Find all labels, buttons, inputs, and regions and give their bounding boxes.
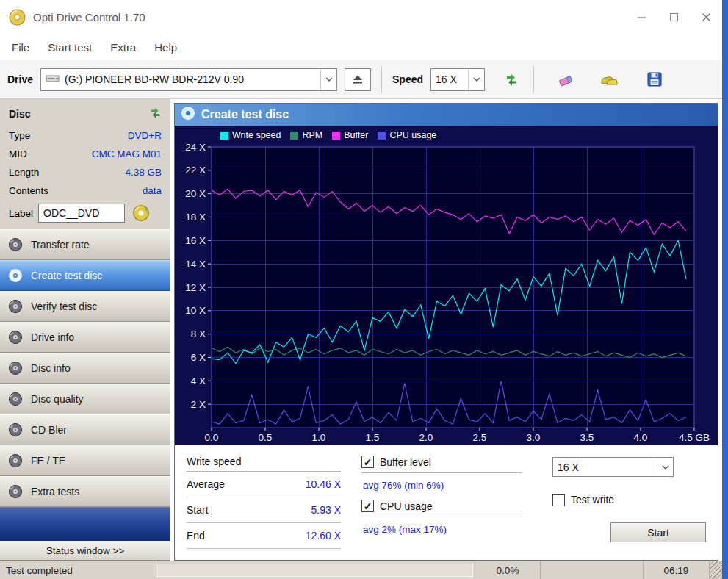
- disc-icon: [8, 268, 23, 283]
- panel-header: Create test disc: [175, 104, 718, 126]
- svg-text:2.5: 2.5: [473, 432, 487, 443]
- resize-grip[interactable]: [710, 561, 722, 579]
- svg-text:14 X: 14 X: [185, 259, 206, 270]
- info-value: 4.38 GB: [125, 167, 162, 178]
- window-title: Opti Drive Control 1.70: [33, 11, 145, 24]
- stat-row-start: Start5.93 X: [187, 497, 341, 523]
- info-value: CMC MAG M01: [92, 148, 162, 159]
- svg-text:18 X: 18 X: [185, 212, 206, 223]
- drive-label: Drive: [7, 73, 33, 85]
- stat-value: 10.46 X: [306, 478, 341, 490]
- sidebar-item-label: FE / TE: [31, 455, 65, 467]
- legend-color-chip: [378, 132, 386, 140]
- svg-text:1.5: 1.5: [366, 432, 380, 443]
- disc-info-row-mid: MIDCMC MAG M01: [9, 145, 162, 163]
- eraser-icon[interactable]: [555, 68, 578, 91]
- hands-icon[interactable]: [597, 68, 621, 91]
- disc-icon: [8, 330, 23, 345]
- svg-text:20 X: 20 X: [185, 188, 206, 199]
- menu-extra[interactable]: Extra: [108, 40, 138, 55]
- info-label: Type: [9, 130, 30, 141]
- legend-buffer: Buffer: [332, 130, 368, 140]
- menu-help[interactable]: Help: [152, 40, 179, 55]
- sidebar-buttons: Transfer rateCreate test discVerify test…: [0, 229, 170, 507]
- save-icon[interactable]: [643, 68, 666, 91]
- test-write-checkbox[interactable]: [552, 494, 565, 506]
- write-speed-column: Write speed Average10.46 XStart5.93 XEnd…: [187, 451, 341, 555]
- legend-color-chip: [332, 132, 340, 140]
- menu-file[interactable]: File: [10, 40, 32, 55]
- sidebar: Disc TypeDVD+RMIDCMC MAG M01Length4.38 G…: [0, 99, 170, 561]
- write-speed-select[interactable]: 16 X: [552, 457, 674, 477]
- sidebar-item-label: Drive info: [31, 331, 74, 343]
- menu-start-test[interactable]: Start test: [46, 40, 94, 55]
- sidebar-item-verify-test-disc[interactable]: Verify test disc: [0, 291, 170, 322]
- chevron-down-icon: [657, 458, 673, 476]
- sidebar-item-transfer-rate[interactable]: Transfer rate: [0, 229, 170, 260]
- chevron-down-icon: [320, 69, 336, 90]
- legend-label: CPU usage: [389, 130, 436, 140]
- disc-label-row: Label: [0, 200, 170, 229]
- disc-label-input[interactable]: [38, 204, 125, 223]
- sidebar-item-label: Disc quality: [31, 393, 84, 405]
- stat-value: 12.60 X: [306, 530, 341, 542]
- disc-icon: [8, 299, 23, 314]
- sidebar-item-disc-quality[interactable]: Disc quality: [0, 384, 170, 414]
- toolbar: Drive (G:) PIONEER BD-RW BDR-212V 0.90 S…: [0, 60, 722, 99]
- disc-label-button[interactable]: [130, 203, 152, 223]
- progress-bar: [156, 564, 473, 577]
- sidebar-item-disc-info[interactable]: Disc info: [0, 353, 170, 384]
- sidebar-item-cd-bler[interactable]: CD Bler: [0, 414, 170, 445]
- close-button[interactable]: [690, 0, 722, 34]
- elapsed-time: 06:19: [644, 561, 710, 579]
- svg-text:8 X: 8 X: [191, 328, 206, 339]
- sidebar-item-label: Transfer rate: [31, 239, 90, 251]
- svg-text:3.5: 3.5: [580, 432, 594, 443]
- sidebar-item-extra-tests[interactable]: Extra tests: [0, 476, 170, 507]
- chart-svg: 2 X4 X6 X8 X10 X12 X14 X16 X18 X20 X22 X…: [175, 143, 716, 445]
- minimize-button[interactable]: [625, 0, 657, 34]
- sidebar-item-fe-te[interactable]: FE / TE: [0, 445, 170, 476]
- menu-bar: FileStart testExtraHelp: [0, 34, 722, 60]
- svg-text:1.0: 1.0: [312, 432, 326, 443]
- legend-color-chip: [290, 132, 298, 140]
- controls-column: 16 X Test write Start: [552, 451, 710, 555]
- panel-title: Create test disc: [201, 108, 289, 121]
- sidebar-item-drive-info[interactable]: Drive info: [0, 322, 170, 353]
- svg-text:24 X: 24 X: [185, 143, 206, 153]
- stat-value: 5.93 X: [311, 504, 341, 516]
- refresh-icon[interactable]: [149, 106, 162, 122]
- svg-text:10 X: 10 X: [185, 305, 206, 316]
- cpu-stat: avg 2% (max 17%): [361, 517, 522, 539]
- cpu-usage-checkbox[interactable]: ✓: [361, 500, 374, 512]
- write-speed-title: Write speed: [187, 451, 341, 472]
- stat-row-end: End12.60 X: [187, 523, 341, 549]
- refresh-icon[interactable]: [500, 68, 523, 91]
- start-button[interactable]: Start: [610, 522, 706, 542]
- sidebar-item-create-test-disc[interactable]: Create test disc: [0, 260, 170, 291]
- svg-text:4.5 GB: 4.5 GB: [679, 432, 710, 443]
- disc-info-row-type: TypeDVD+R: [9, 126, 162, 145]
- sidebar-item-label: CD Bler: [31, 424, 67, 436]
- speed-select[interactable]: 16 X: [430, 68, 485, 91]
- svg-text:0.0: 0.0: [205, 432, 219, 443]
- eject-button[interactable]: [345, 68, 371, 91]
- disc-section-title: Disc: [9, 108, 31, 120]
- maximize-button[interactable]: [657, 0, 690, 34]
- sidebar-item-label: Verify test disc: [31, 301, 97, 312]
- disc-icon: [8, 361, 23, 375]
- status-window-button[interactable]: Status window >>: [0, 541, 170, 561]
- write-speed-select-value: 16 X: [558, 461, 579, 473]
- svg-text:2.0: 2.0: [419, 432, 433, 443]
- label-caption: Label: [9, 208, 33, 219]
- disc-info-row-contents: Contentsdata: [9, 181, 162, 200]
- drive-select[interactable]: (G:) PIONEER BD-RW BDR-212V 0.90: [40, 68, 337, 91]
- toolbar-separator: [533, 66, 534, 93]
- buffer-level-checkbox[interactable]: ✓: [361, 456, 374, 468]
- svg-text:0.5: 0.5: [259, 432, 273, 443]
- stat-row-average: Average10.46 X: [187, 472, 341, 497]
- svg-text:4 X: 4 X: [191, 375, 206, 386]
- disc-icon: [8, 422, 23, 437]
- disc-icon: [181, 106, 195, 123]
- app-icon: [9, 9, 26, 26]
